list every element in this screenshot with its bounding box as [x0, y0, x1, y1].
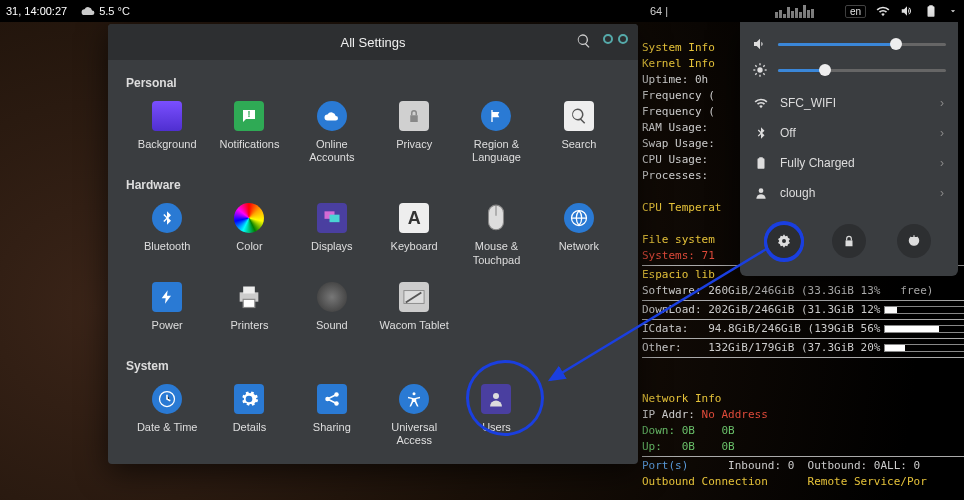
tile-datetime[interactable]: Date & Time — [126, 377, 208, 451]
tile-displays[interactable]: Displays — [291, 196, 373, 270]
lock-icon — [405, 107, 423, 125]
settings-button[interactable] — [767, 224, 801, 258]
brightness-icon — [752, 62, 768, 78]
tile-notifications[interactable]: !Notifications — [208, 94, 290, 168]
settings-header: All Settings — [108, 24, 638, 60]
lock-button[interactable] — [832, 224, 866, 258]
tile-sound[interactable]: Sound — [291, 275, 373, 349]
volume-icon[interactable] — [900, 4, 914, 18]
power-button[interactable] — [897, 224, 931, 258]
settings-window: All Settings Personal Background !Notifi… — [108, 24, 638, 464]
wifi-icon — [754, 96, 768, 110]
tile-wacom[interactable]: Wacom Tablet — [373, 275, 455, 349]
tile-sharing[interactable]: Sharing — [291, 377, 373, 451]
lang-indicator[interactable]: en — [845, 5, 866, 18]
tile-search[interactable]: Search — [538, 94, 620, 168]
tile-universal-access[interactable]: Universal Access — [373, 377, 455, 451]
svg-text:!: ! — [248, 109, 251, 119]
tile-printers[interactable]: Printers — [208, 275, 290, 349]
window-controls[interactable] — [603, 34, 628, 44]
cpu-pct: 64 | — [650, 5, 668, 17]
qs-user[interactable]: clough› — [752, 178, 946, 208]
tile-color[interactable]: Color — [208, 196, 290, 270]
tile-mouse[interactable]: Mouse & Touchpad — [455, 196, 537, 270]
chevron-right-icon: › — [940, 186, 944, 200]
tile-background[interactable]: Background — [126, 94, 208, 168]
chevron-right-icon: › — [940, 96, 944, 110]
cloud-icon — [323, 107, 341, 125]
brightness-slider[interactable] — [752, 62, 946, 78]
qs-wifi[interactable]: SFC_WIFI› — [752, 88, 946, 118]
printer-icon — [234, 283, 264, 311]
svg-line-22 — [755, 65, 756, 66]
svg-point-16 — [493, 393, 499, 399]
clock: 31, 14:00:27 — [6, 5, 67, 17]
lock-icon — [842, 234, 856, 248]
clock-icon — [157, 389, 177, 409]
section-hardware: Hardware — [126, 178, 620, 192]
quick-settings-panel: SFC_WIFI› Off› Fully Charged› clough› — [740, 22, 958, 276]
svg-line-23 — [763, 73, 764, 74]
share-icon — [323, 390, 341, 408]
svg-rect-8 — [244, 299, 256, 307]
mouse-icon — [483, 203, 509, 233]
settings-body: Personal Background !Notifications Onlin… — [108, 60, 638, 461]
chevron-right-icon: › — [940, 126, 944, 140]
chevron-right-icon: › — [940, 156, 944, 170]
battery-icon — [754, 156, 768, 170]
settings-title: All Settings — [340, 35, 405, 50]
svg-point-17 — [757, 67, 762, 72]
cloud-icon — [81, 4, 95, 18]
tablet-icon — [403, 289, 425, 305]
flag-icon — [488, 108, 504, 124]
accessibility-icon — [405, 390, 423, 408]
tile-region[interactable]: Region & Language — [455, 94, 537, 168]
svg-line-25 — [763, 65, 764, 66]
weather-temp: 5.5 °C — [81, 4, 130, 18]
wifi-icon[interactable] — [876, 4, 890, 18]
section-system: System — [126, 359, 620, 373]
bluetooth-icon — [754, 126, 768, 140]
globe-icon — [569, 208, 589, 228]
tile-keyboard[interactable]: AKeyboard — [373, 196, 455, 270]
gear-icon — [239, 389, 259, 409]
section-personal: Personal — [126, 76, 620, 90]
svg-point-15 — [413, 392, 416, 395]
user-icon — [487, 390, 505, 408]
volume-icon — [752, 36, 768, 52]
tile-network[interactable]: Network — [538, 196, 620, 270]
search-icon — [570, 107, 588, 125]
battery-icon[interactable] — [924, 4, 938, 18]
caret-down-icon[interactable] — [948, 6, 958, 16]
bluetooth-icon — [159, 210, 175, 226]
tile-bluetooth[interactable]: Bluetooth — [126, 196, 208, 270]
power-icon — [907, 234, 921, 248]
tile-online-accounts[interactable]: Online Accounts — [291, 94, 373, 168]
svg-rect-3 — [329, 215, 339, 223]
tile-privacy[interactable]: Privacy — [373, 94, 455, 168]
tile-users[interactable]: Users — [455, 377, 537, 451]
search-button[interactable] — [576, 33, 592, 49]
svg-point-26 — [759, 188, 764, 193]
notification-icon: ! — [240, 107, 258, 125]
qs-bluetooth[interactable]: Off› — [752, 118, 946, 148]
qs-battery[interactable]: Fully Charged› — [752, 148, 946, 178]
svg-line-24 — [755, 73, 756, 74]
tile-power[interactable]: Power — [126, 275, 208, 349]
display-icon — [322, 208, 342, 228]
top-bar: 31, 14:00:27 5.5 °C 64 | en — [0, 0, 964, 22]
mini-chart — [775, 4, 835, 18]
user-icon — [754, 186, 768, 200]
search-icon — [576, 33, 592, 49]
power-icon — [159, 289, 175, 305]
svg-rect-27 — [845, 240, 852, 246]
svg-rect-1 — [410, 115, 418, 122]
volume-slider[interactable] — [752, 36, 946, 52]
tile-details[interactable]: Details — [208, 377, 290, 451]
settings-icon — [776, 233, 792, 249]
svg-rect-7 — [244, 286, 256, 293]
